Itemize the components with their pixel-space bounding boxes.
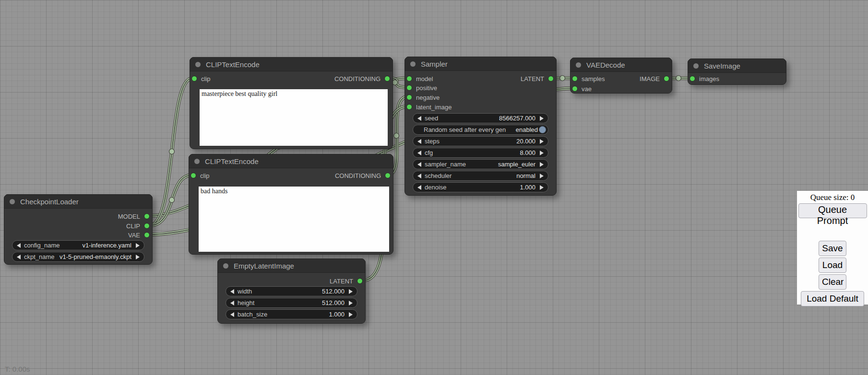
decrement-arrow-icon[interactable] <box>230 289 234 294</box>
node-graph-canvas[interactable]: CLIPTextEncode clip CONDITIONING masterp… <box>0 0 868 375</box>
widget-label: denoise <box>425 184 447 191</box>
collapse-dot-icon[interactable] <box>194 159 200 164</box>
collapse-dot-icon[interactable] <box>195 62 201 67</box>
widget-batch-size[interactable]: batch_size 1.000 <box>226 309 357 319</box>
save-button[interactable]: Save <box>819 241 846 256</box>
increment-arrow-icon[interactable] <box>540 174 544 178</box>
widget-value: v1-inference.yaml <box>82 242 131 249</box>
output-label: IMAGE <box>640 75 660 82</box>
widget-random-seed-toggle[interactable]: Random seed after every gen enabled <box>413 125 548 135</box>
node-sampler[interactable]: Sampler model LATENT positive negative l… <box>404 57 557 196</box>
widget-label: scheduler <box>425 172 452 179</box>
input-label: latent_image <box>416 104 452 111</box>
output-port-latent[interactable] <box>357 278 363 284</box>
load-default-button[interactable]: Load Default <box>801 291 864 306</box>
widget-config-name[interactable]: config_name v1-inference.yaml <box>12 240 144 250</box>
widget-denoise[interactable]: denoise 1.000 <box>413 182 548 192</box>
node-title-bar[interactable]: Sampler <box>404 57 557 71</box>
widget-value: 1.000 <box>329 311 345 318</box>
input-port-positive[interactable] <box>406 85 412 91</box>
collapse-dot-icon[interactable] <box>693 63 699 69</box>
increment-arrow-icon[interactable] <box>136 255 140 259</box>
input-port-images[interactable] <box>690 76 695 82</box>
increment-arrow-icon[interactable] <box>349 289 353 294</box>
decrement-arrow-icon[interactable] <box>417 174 421 178</box>
collapse-dot-icon[interactable] <box>576 62 581 68</box>
input-port-vae[interactable] <box>572 86 578 92</box>
increment-arrow-icon[interactable] <box>349 301 353 305</box>
widget-value: 512.000 <box>322 288 345 295</box>
collapse-dot-icon[interactable] <box>10 199 15 204</box>
widget-value: normal <box>516 172 535 179</box>
prompt-textarea[interactable]: bad hands <box>199 187 389 252</box>
widget-value: 1.000 <box>520 184 535 191</box>
increment-arrow-icon[interactable] <box>540 151 544 155</box>
widget-label: steps <box>425 138 440 145</box>
link-midpoint-dot <box>676 76 681 81</box>
widget-width[interactable]: width 512.000 <box>226 286 357 296</box>
node-clip-text-encode-positive[interactable]: CLIPTextEncode clip CONDITIONING masterp… <box>190 57 393 149</box>
increment-arrow-icon[interactable] <box>349 312 353 317</box>
output-label: CONDITIONING <box>334 75 380 82</box>
output-port-image[interactable] <box>664 76 669 82</box>
decrement-arrow-icon[interactable] <box>417 162 421 167</box>
increment-arrow-icon[interactable] <box>540 162 544 167</box>
widget-ckpt-name[interactable]: ckpt_name v1-5-pruned-emaonly.ckpt <box>12 252 144 262</box>
widget-label: config_name <box>24 242 59 249</box>
widget-sampler-name[interactable]: sampler_name sample_euler <box>413 159 548 169</box>
output-port-conditioning[interactable] <box>384 76 390 82</box>
prompt-textarea[interactable]: masterpiece best quality girl <box>200 89 388 146</box>
node-title-bar[interactable]: EmptyLatentImage <box>217 258 366 273</box>
input-port-negative[interactable] <box>406 94 412 100</box>
node-save-image[interactable]: SaveImage images <box>688 59 786 85</box>
output-port-model[interactable] <box>144 213 150 219</box>
decrement-arrow-icon[interactable] <box>17 255 21 259</box>
increment-arrow-icon[interactable] <box>540 139 544 144</box>
decrement-arrow-icon[interactable] <box>417 151 421 155</box>
widget-height[interactable]: height 512.000 <box>226 298 357 308</box>
widget-cfg[interactable]: cfg 8.000 <box>413 148 548 158</box>
node-title-bar[interactable]: SaveImage <box>688 59 786 73</box>
node-title-bar[interactable]: CLIPTextEncode <box>189 154 393 168</box>
widget-label: ckpt_name <box>24 253 55 260</box>
increment-arrow-icon[interactable] <box>540 116 544 121</box>
widget-scheduler[interactable]: scheduler normal <box>413 171 548 181</box>
decrement-arrow-icon[interactable] <box>417 116 421 121</box>
toggle-enabled-icon[interactable] <box>539 126 546 133</box>
widget-steps[interactable]: steps 20.000 <box>413 136 548 146</box>
collapse-dot-icon[interactable] <box>223 263 228 269</box>
output-label: CLIP <box>126 223 140 230</box>
output-port-clip[interactable] <box>144 223 150 229</box>
node-title: SaveImage <box>704 59 740 73</box>
node-vae-decode[interactable]: VAEDecode samples IMAGE vae <box>570 58 672 94</box>
decrement-arrow-icon[interactable] <box>230 301 234 305</box>
widget-value: 8.000 <box>520 149 535 156</box>
output-port-latent[interactable] <box>548 76 554 82</box>
node-title: Sampler <box>421 57 448 71</box>
node-title-bar[interactable]: VAEDecode <box>570 58 672 72</box>
queue-prompt-button[interactable]: Queue Prompt <box>798 203 867 218</box>
collapse-dot-icon[interactable] <box>410 61 416 67</box>
decrement-arrow-icon[interactable] <box>17 243 21 248</box>
input-port-latent-image[interactable] <box>406 104 412 110</box>
increment-arrow-icon[interactable] <box>540 185 544 190</box>
node-clip-text-encode-negative[interactable]: CLIPTextEncode clip CONDITIONING bad han… <box>189 154 393 255</box>
decrement-arrow-icon[interactable] <box>417 139 421 144</box>
load-button[interactable]: Load <box>819 258 846 273</box>
widget-seed[interactable]: seed 8566257.000 <box>413 113 548 123</box>
decrement-arrow-icon[interactable] <box>230 312 234 317</box>
increment-arrow-icon[interactable] <box>136 243 140 248</box>
node-empty-latent-image[interactable]: EmptyLatentImage LATENT width 512.000 he… <box>217 258 366 324</box>
widget-value: 8566257.000 <box>499 115 535 122</box>
output-port-vae[interactable] <box>144 232 150 238</box>
node-title-bar[interactable]: CLIPTextEncode <box>190 57 393 71</box>
clear-button[interactable]: Clear <box>819 274 846 290</box>
widget-label: height <box>238 299 254 306</box>
widget-label: Random seed after every gen <box>424 126 506 133</box>
node-title-bar[interactable]: CheckpointLoader <box>4 194 153 209</box>
decrement-arrow-icon[interactable] <box>417 185 421 190</box>
output-label: LATENT <box>521 75 544 82</box>
output-port-conditioning[interactable] <box>385 173 391 178</box>
node-checkpoint-loader[interactable]: CheckpointLoader MODEL CLIP VAE config_n… <box>4 194 153 265</box>
queue-size-label: Queue size: 0 <box>797 191 868 202</box>
